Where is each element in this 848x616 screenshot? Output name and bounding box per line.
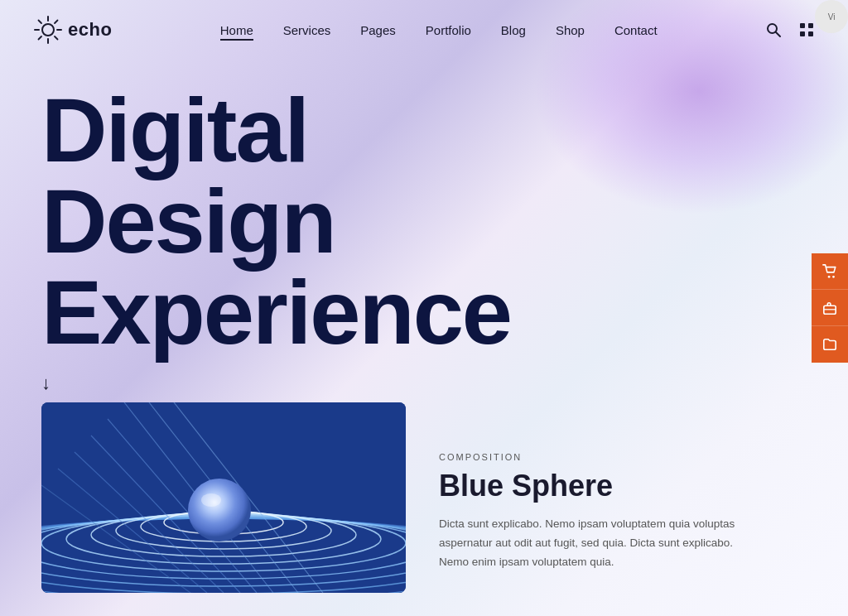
svg-line-8	[39, 36, 42, 40]
content-section: COMPOSITION Blue Sphere Dicta sunt expli…	[0, 402, 848, 593]
nav-blog[interactable]: Blog	[501, 23, 526, 37]
nav-services[interactable]: Services	[283, 23, 331, 37]
avatar[interactable]: Vi	[815, 0, 848, 33]
briefcase-icon	[822, 301, 837, 315]
header-icons	[765, 22, 815, 38]
grid-button[interactable]	[798, 22, 815, 38]
scroll-arrow[interactable]: ↓	[41, 373, 51, 394]
logo-icon	[33, 15, 63, 45]
composition-info: COMPOSITION Blue Sphere Dicta sunt expli…	[439, 402, 737, 572]
sidebar-actions	[812, 253, 848, 363]
nav-portfolio[interactable]: Portfolio	[426, 23, 471, 37]
svg-point-37	[188, 479, 251, 541]
main-nav: Home Services Pages Portfolio Blog Shop …	[220, 23, 658, 37]
svg-line-7	[55, 21, 58, 24]
folder-button[interactable]	[812, 326, 848, 363]
grid-icon	[798, 22, 815, 38]
briefcase-button[interactable]	[812, 290, 848, 326]
nav-home[interactable]: Home	[220, 23, 253, 37]
search-button[interactable]	[765, 22, 782, 38]
nav-pages[interactable]: Pages	[360, 23, 396, 37]
hero-title-line3: Experience	[41, 261, 511, 363]
header: echo Home Services Pages Portfolio Blog …	[0, 0, 848, 60]
svg-rect-11	[800, 23, 805, 28]
nav-shop[interactable]: Shop	[556, 23, 585, 37]
svg-line-5	[39, 21, 42, 24]
svg-point-0	[42, 24, 54, 36]
search-icon	[765, 22, 782, 38]
svg-line-10	[776, 32, 780, 36]
hero-title-line2: Design	[41, 170, 335, 272]
svg-rect-12	[808, 23, 813, 28]
blue-sphere-image	[41, 402, 406, 593]
composition-label: COMPOSITION	[439, 452, 737, 462]
nav-contact[interactable]: Contact	[614, 23, 658, 37]
logo[interactable]: echo	[33, 15, 112, 45]
hero-title-line1: Digital	[41, 79, 308, 180]
hero-title: Digital Design Experience	[41, 84, 807, 358]
svg-point-38	[201, 493, 221, 507]
svg-rect-14	[808, 31, 813, 36]
folder-icon	[822, 337, 837, 352]
svg-line-6	[55, 36, 58, 40]
svg-rect-13	[800, 31, 805, 36]
svg-point-39	[828, 275, 831, 277]
composition-description: Dicta sunt explicabo. Nemo ipsam volupta…	[439, 515, 737, 572]
svg-point-40	[832, 275, 835, 277]
cart-button[interactable]	[812, 253, 848, 290]
cart-icon	[822, 264, 837, 279]
composition-title: Blue Sphere	[439, 469, 737, 503]
sphere-illustration	[41, 402, 406, 593]
logo-text: echo	[68, 19, 112, 41]
hero-section: Digital Design Experience ↓	[0, 60, 848, 394]
